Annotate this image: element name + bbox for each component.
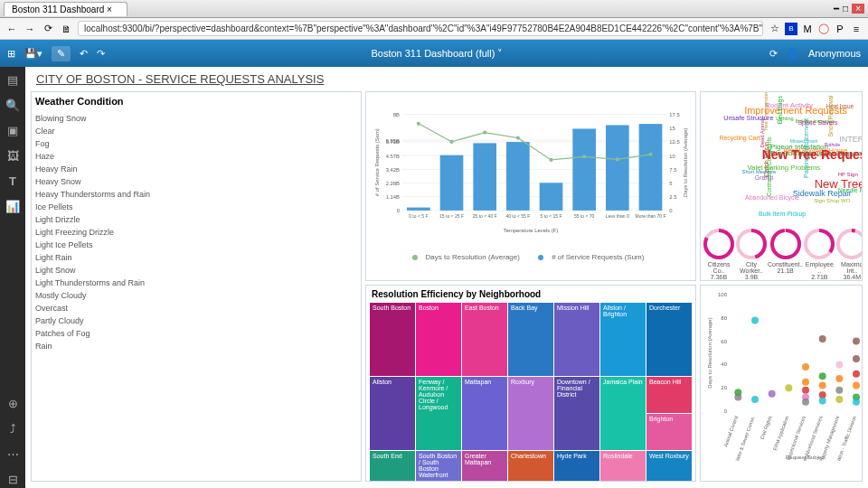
undo-icon[interactable]: ↶ [80, 48, 88, 60]
edit-icon[interactable]: ✎ [52, 46, 71, 61]
tab-title: Boston 311 Dashboard [12, 5, 104, 14]
close-icon[interactable]: × [107, 5, 112, 14]
maximize-icon[interactable]: □ [843, 4, 848, 14]
ext-p-icon[interactable]: P [834, 23, 846, 35]
browser-titlebar: Boston 311 Dashboard × ━ □ × [0, 0, 868, 18]
ext-b-icon[interactable]: B [785, 23, 797, 35]
reload-icon[interactable]: ⟳ [42, 23, 54, 35]
app-header: ⊞ 💾▾ ✎ ↶ ↷ Boston 311 Dashboard (full) ˅… [0, 40, 868, 67]
user-icon[interactable]: 👤 [787, 48, 799, 60]
url-input[interactable]: localhost:9300/bi/?perspective=dashboard… [78, 21, 763, 36]
close-icon[interactable]: × [852, 4, 864, 14]
dashboard-title[interactable]: Boston 311 Dashboard (full) ˅ [114, 48, 760, 60]
page-icon: 🗎 [60, 23, 72, 35]
bookmark-icon[interactable]: ☆ [769, 23, 781, 35]
user-label[interactable]: Anonymous [808, 48, 861, 59]
menu-icon[interactable]: ≡ [850, 23, 863, 35]
back-icon[interactable]: ← [5, 23, 18, 35]
browser-toolbar: ← → ⟳ 🗎 localhost:9300/bi/?perspective=d… [0, 18, 868, 40]
ext-mail-icon[interactable]: M [801, 23, 814, 35]
refresh-icon[interactable]: ⟳ [769, 48, 778, 60]
minimize-icon[interactable]: ━ [834, 4, 839, 14]
forward-icon[interactable]: → [24, 23, 36, 35]
save-icon[interactable]: 💾▾ [24, 48, 42, 60]
home-icon[interactable]: ⊞ [7, 48, 15, 60]
browser-tab[interactable]: Boston 311 Dashboard × [4, 2, 127, 16]
redo-icon[interactable]: ↷ [97, 48, 105, 60]
ext-opera-icon[interactable]: ◯ [817, 23, 830, 35]
